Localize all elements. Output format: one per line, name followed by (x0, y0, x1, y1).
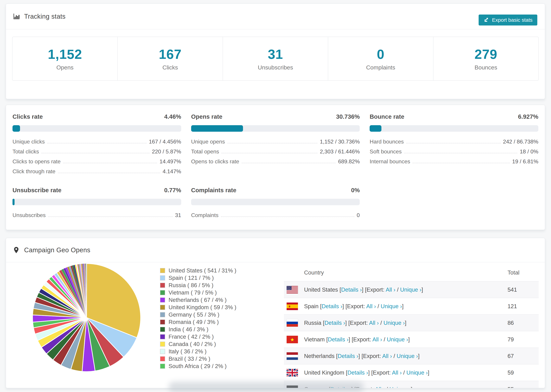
export-all-link[interactable]: All › (366, 303, 376, 309)
country-name: United Kingdom (304, 369, 344, 376)
legend-swatch (160, 312, 165, 317)
rate-detail-rows: Complaints0 (191, 212, 360, 218)
rate-detail-rows: Unique clicks167 / 4.456%Total clicks220… (13, 139, 181, 175)
export-all-link[interactable]: All › (375, 386, 385, 388)
export-unique-link[interactable]: Unique › (389, 386, 411, 388)
rate-detail-row: Clicks to opens rate14.497% (13, 158, 181, 165)
legend-item-italy: Italy ( 36 / 2% ) (160, 348, 236, 355)
table-row-es: Spain [Details ›] [Export: All › / Uniqu… (284, 298, 539, 314)
bracket-text: ] (405, 320, 406, 326)
legend-label: United States ( 541 / 31% ) (169, 267, 236, 274)
export-unique-link[interactable]: Unique › (406, 369, 428, 376)
rate-block-header: Bounce rate6.927% (370, 113, 538, 120)
rate-detail-value: 14.497% (160, 158, 181, 165)
flag-gb-icon (287, 369, 298, 377)
rate-detail-label: Opens to clicks rate (191, 158, 239, 165)
rate-detail-value: 31 (175, 212, 181, 218)
rate-detail-value: 242 / 86.738% (503, 139, 538, 145)
stat-unsubscribes: 31Unsubscribes (223, 37, 328, 80)
export-all-link[interactable]: All › (372, 336, 382, 343)
rate-detail-rows: Unsubscribes31 (13, 212, 181, 218)
country-cell: Russia [Details ›] [Export: All › / Uniq… (304, 320, 406, 326)
table-row-us: United States [Details ›] [Export: All ›… (284, 281, 539, 298)
country-name: Germany (304, 386, 327, 388)
rate-detail-label: Unique opens (191, 139, 225, 145)
country-cell: United Kingdom [Details ›] [Export: All … (304, 369, 429, 376)
details-link[interactable]: Details › (325, 320, 345, 326)
bracket-text: ] (422, 287, 423, 293)
export-unique-link[interactable]: Unique › (383, 320, 405, 326)
rates-card: Clicks rate4.46%Unique clicks167 / 4.456… (6, 105, 545, 230)
legend-label: France ( 42 / 2% ) (169, 334, 214, 340)
flag-de-icon (287, 385, 298, 388)
progress-bar-fill (191, 125, 243, 132)
rate-detail-row: Unique opens1,152 / 30.736% (191, 139, 360, 145)
dotted-leader (48, 217, 173, 217)
flag-es-icon (287, 302, 298, 310)
legend-item-spain: Spain ( 121 / 7% ) (160, 274, 236, 281)
geo-opens-content: United States ( 541 / 31% )Spain ( 121 /… (6, 262, 545, 388)
export-prefix-text: ] [Export: (345, 320, 369, 326)
tracking-stats-title: Tracking stats (24, 13, 65, 20)
rate-detail-value: 4.147% (162, 168, 181, 175)
rate-value: 30.736% (336, 113, 360, 120)
country-name: Russia (304, 320, 321, 326)
export-prefix-text: ] [Export: (351, 386, 375, 388)
bracket-text: ] (402, 303, 403, 309)
export-unique-link[interactable]: Unique › (381, 303, 402, 309)
details-link[interactable]: Details › (341, 287, 362, 293)
flag-nl-icon (287, 352, 298, 360)
separator-text: / (385, 386, 389, 388)
rate-title: Bounce rate (370, 113, 404, 120)
total-cell: 541 (508, 287, 517, 293)
legend-label: Brazil ( 33 / 2% ) (169, 356, 210, 362)
rate-detail-value: 19 / 6.81% (512, 158, 538, 165)
export-all-link[interactable]: All › (392, 369, 402, 376)
rate-block-opens-rate: Opens rate30.736%Unique opens1,152 / 30.… (191, 113, 360, 178)
rate-detail-label: Click through rate (13, 168, 56, 175)
export-basic-stats-button[interactable]: Export basic stats (479, 14, 537, 26)
rate-value: 0.77% (164, 187, 181, 194)
legend-label: Netherlands ( 67 / 4% ) (169, 297, 226, 303)
legend-label: Canada ( 40 / 2% ) (169, 341, 216, 347)
flag-us-icon (287, 286, 298, 294)
export-unique-link[interactable]: Unique › (400, 287, 422, 293)
bracket-text: [ (338, 287, 341, 293)
country-cell: Netherlands [Details ›] [Export: All › /… (304, 353, 420, 359)
details-link[interactable]: Details › (338, 353, 358, 359)
legend-label: Spain ( 121 / 7% ) (169, 275, 214, 281)
export-all-link[interactable]: All › (382, 353, 392, 359)
table-row-ru: Russia [Details ›] [Export: All › / Uniq… (284, 314, 539, 331)
details-link[interactable]: Details › (347, 369, 368, 376)
stat-bounces: 279Bounces (433, 37, 538, 80)
geo-opens-card: Campaign Geo Opens United States ( 541 /… (6, 238, 545, 388)
details-link[interactable]: Details › (330, 386, 351, 388)
tracking-stats-header: Tracking stats Export basic stats (6, 4, 545, 29)
rate-title: Opens rate (191, 113, 222, 120)
table-row-de: Germany [Details ›] [Export: All › / Uni… (284, 381, 539, 388)
rate-detail-value: 0 (357, 212, 360, 218)
rate-detail-label: Clicks to opens rate (13, 158, 61, 165)
export-unique-link[interactable]: Unique › (387, 336, 408, 343)
stat-opens: 1,152Opens (13, 37, 118, 80)
legend-swatch (160, 283, 165, 288)
bracket-text: ] (408, 336, 410, 343)
dotted-leader (413, 163, 510, 163)
stat-value: 279 (474, 47, 497, 62)
details-link[interactable]: Details › (328, 336, 349, 343)
stat-label: Clicks (162, 64, 178, 71)
rate-block-unsubscribe-rate: Unsubscribe rate0.77%Unsubscribes31 (13, 187, 181, 222)
flag-ru-icon (287, 319, 298, 327)
rate-block-header: Complaints rate0% (191, 187, 360, 194)
rate-detail-row: Total clicks220 / 5.87% (13, 148, 181, 155)
details-link[interactable]: Details › (322, 303, 342, 309)
legend-label: Vietnam ( 79 / 5% ) (169, 289, 217, 296)
export-all-link[interactable]: All › (369, 320, 379, 326)
geo-opens-pie-chart[interactable] (31, 263, 142, 373)
dotted-leader (42, 153, 149, 153)
separator-text: / (379, 320, 384, 326)
legend-swatch (160, 327, 165, 332)
rate-title: Unsubscribe rate (13, 187, 61, 194)
export-unique-link[interactable]: Unique › (397, 353, 418, 359)
export-all-link[interactable]: All › (386, 287, 396, 293)
